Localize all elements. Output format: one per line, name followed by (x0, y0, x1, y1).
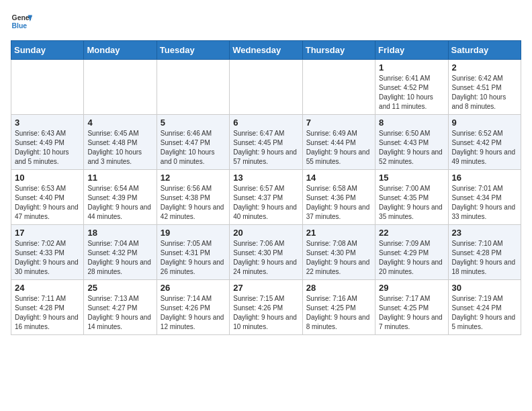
day-info: Sunrise: 6:53 AM Sunset: 4:40 PM Dayligh… (15, 184, 80, 222)
day-info: Sunrise: 6:42 AM Sunset: 4:51 PM Dayligh… (452, 74, 517, 111)
day-info: Sunrise: 7:15 AM Sunset: 4:26 PM Dayligh… (233, 294, 298, 332)
calendar-cell: 30Sunrise: 7:19 AM Sunset: 4:24 PM Dayli… (448, 280, 521, 335)
day-number: 15 (379, 173, 444, 183)
weekday-header-saturday: Saturday (448, 41, 521, 60)
day-number: 12 (161, 173, 226, 183)
logo-icon: General Blue (11, 11, 32, 32)
day-info: Sunrise: 6:52 AM Sunset: 4:42 PM Dayligh… (452, 129, 517, 167)
calendar-cell: 13Sunrise: 6:57 AM Sunset: 4:37 PM Dayli… (230, 170, 302, 225)
calendar-cell: 6Sunrise: 6:47 AM Sunset: 4:45 PM Daylig… (230, 115, 302, 170)
calendar-cell (11, 60, 84, 115)
day-info: Sunrise: 7:08 AM Sunset: 4:30 PM Dayligh… (306, 239, 371, 277)
calendar-cell: 3Sunrise: 6:43 AM Sunset: 4:49 PM Daylig… (11, 115, 84, 170)
day-info: Sunrise: 6:49 AM Sunset: 4:44 PM Dayligh… (306, 129, 371, 167)
day-number: 7 (306, 118, 371, 128)
day-info: Sunrise: 7:16 AM Sunset: 4:25 PM Dayligh… (306, 294, 371, 332)
calendar-cell: 19Sunrise: 7:05 AM Sunset: 4:31 PM Dayli… (157, 225, 229, 280)
day-number: 11 (87, 173, 152, 183)
calendar-cell: 22Sunrise: 7:09 AM Sunset: 4:29 PM Dayli… (375, 225, 448, 280)
day-info: Sunrise: 6:46 AM Sunset: 4:47 PM Dayligh… (161, 129, 226, 167)
calendar-cell: 11Sunrise: 6:54 AM Sunset: 4:39 PM Dayli… (84, 170, 157, 225)
day-number: 5 (161, 118, 226, 128)
day-info: Sunrise: 7:05 AM Sunset: 4:31 PM Dayligh… (161, 239, 226, 277)
day-info: Sunrise: 7:13 AM Sunset: 4:27 PM Dayligh… (87, 294, 152, 332)
day-number: 9 (452, 118, 517, 128)
day-number: 28 (306, 283, 371, 293)
weekday-header-sunday: Sunday (11, 41, 84, 60)
logo: General Blue (11, 11, 32, 32)
day-number: 8 (379, 118, 444, 128)
calendar-cell: 2Sunrise: 6:42 AM Sunset: 4:51 PM Daylig… (448, 60, 521, 115)
calendar-cell: 23Sunrise: 7:10 AM Sunset: 4:28 PM Dayli… (448, 225, 521, 280)
day-number: 29 (379, 283, 444, 293)
day-number: 14 (306, 173, 371, 183)
calendar-cell: 10Sunrise: 6:53 AM Sunset: 4:40 PM Dayli… (11, 170, 84, 225)
calendar-cell: 25Sunrise: 7:13 AM Sunset: 4:27 PM Dayli… (84, 280, 157, 335)
day-number: 30 (452, 283, 517, 293)
day-info: Sunrise: 7:01 AM Sunset: 4:34 PM Dayligh… (452, 184, 517, 222)
day-info: Sunrise: 6:41 AM Sunset: 4:52 PM Dayligh… (379, 74, 444, 111)
weekday-header-tuesday: Tuesday (157, 41, 229, 60)
day-info: Sunrise: 6:47 AM Sunset: 4:45 PM Dayligh… (233, 129, 298, 167)
calendar-cell: 1Sunrise: 6:41 AM Sunset: 4:52 PM Daylig… (375, 60, 448, 115)
calendar-cell: 27Sunrise: 7:15 AM Sunset: 4:26 PM Dayli… (230, 280, 302, 335)
day-info: Sunrise: 7:04 AM Sunset: 4:32 PM Dayligh… (87, 239, 152, 277)
calendar-cell: 17Sunrise: 7:02 AM Sunset: 4:33 PM Dayli… (11, 225, 84, 280)
calendar-cell: 21Sunrise: 7:08 AM Sunset: 4:30 PM Dayli… (302, 225, 375, 280)
day-number: 4 (87, 118, 152, 128)
day-info: Sunrise: 7:19 AM Sunset: 4:24 PM Dayligh… (452, 294, 517, 332)
weekday-header-friday: Friday (375, 41, 448, 60)
day-number: 26 (161, 283, 226, 293)
day-number: 16 (452, 173, 517, 183)
calendar-cell: 20Sunrise: 7:06 AM Sunset: 4:30 PM Dayli… (230, 225, 302, 280)
day-info: Sunrise: 7:09 AM Sunset: 4:29 PM Dayligh… (379, 239, 444, 277)
weekday-header-thursday: Thursday (302, 41, 375, 60)
calendar-cell: 28Sunrise: 7:16 AM Sunset: 4:25 PM Dayli… (302, 280, 375, 335)
day-info: Sunrise: 6:54 AM Sunset: 4:39 PM Dayligh… (87, 184, 152, 222)
day-number: 1 (379, 62, 444, 73)
day-number: 13 (233, 173, 298, 183)
day-info: Sunrise: 7:06 AM Sunset: 4:30 PM Dayligh… (233, 239, 298, 277)
calendar-cell: 16Sunrise: 7:01 AM Sunset: 4:34 PM Dayli… (448, 170, 521, 225)
day-number: 22 (379, 228, 444, 238)
day-number: 2 (452, 62, 517, 73)
calendar-cell: 12Sunrise: 6:56 AM Sunset: 4:38 PM Dayli… (157, 170, 229, 225)
day-number: 25 (87, 283, 152, 293)
day-number: 18 (87, 228, 152, 238)
day-info: Sunrise: 6:45 AM Sunset: 4:48 PM Dayligh… (87, 129, 152, 167)
day-number: 20 (233, 228, 298, 238)
day-number: 3 (15, 118, 80, 128)
calendar-cell (157, 60, 229, 115)
day-number: 19 (161, 228, 226, 238)
calendar-cell: 7Sunrise: 6:49 AM Sunset: 4:44 PM Daylig… (302, 115, 375, 170)
day-info: Sunrise: 6:56 AM Sunset: 4:38 PM Dayligh… (161, 184, 226, 222)
calendar-cell (302, 60, 375, 115)
day-info: Sunrise: 7:17 AM Sunset: 4:25 PM Dayligh… (379, 294, 444, 332)
day-info: Sunrise: 7:10 AM Sunset: 4:28 PM Dayligh… (452, 239, 517, 277)
svg-text:Blue: Blue (12, 22, 28, 30)
calendar-cell (84, 60, 157, 115)
calendar-cell: 29Sunrise: 7:17 AM Sunset: 4:25 PM Dayli… (375, 280, 448, 335)
day-number: 24 (15, 283, 80, 293)
weekday-header-wednesday: Wednesday (230, 41, 302, 60)
calendar-cell: 15Sunrise: 7:00 AM Sunset: 4:35 PM Dayli… (375, 170, 448, 225)
calendar-cell: 4Sunrise: 6:45 AM Sunset: 4:48 PM Daylig… (84, 115, 157, 170)
day-info: Sunrise: 6:50 AM Sunset: 4:43 PM Dayligh… (379, 129, 444, 167)
calendar-cell: 9Sunrise: 6:52 AM Sunset: 4:42 PM Daylig… (448, 115, 521, 170)
day-info: Sunrise: 7:00 AM Sunset: 4:35 PM Dayligh… (379, 184, 444, 222)
day-info: Sunrise: 7:11 AM Sunset: 4:28 PM Dayligh… (15, 294, 80, 332)
day-info: Sunrise: 7:14 AM Sunset: 4:26 PM Dayligh… (161, 294, 226, 332)
day-number: 27 (233, 283, 298, 293)
day-info: Sunrise: 6:57 AM Sunset: 4:37 PM Dayligh… (233, 184, 298, 222)
calendar-cell (230, 60, 302, 115)
day-info: Sunrise: 6:43 AM Sunset: 4:49 PM Dayligh… (15, 129, 80, 167)
calendar-cell: 24Sunrise: 7:11 AM Sunset: 4:28 PM Dayli… (11, 280, 84, 335)
calendar-table: SundayMondayTuesdayWednesdayThursdayFrid… (11, 40, 521, 335)
calendar-cell: 5Sunrise: 6:46 AM Sunset: 4:47 PM Daylig… (157, 115, 229, 170)
day-info: Sunrise: 7:02 AM Sunset: 4:33 PM Dayligh… (15, 239, 80, 277)
day-number: 21 (306, 228, 371, 238)
day-info: Sunrise: 6:58 AM Sunset: 4:36 PM Dayligh… (306, 184, 371, 222)
weekday-header-monday: Monday (84, 41, 157, 60)
calendar-cell: 18Sunrise: 7:04 AM Sunset: 4:32 PM Dayli… (84, 225, 157, 280)
calendar-cell: 8Sunrise: 6:50 AM Sunset: 4:43 PM Daylig… (375, 115, 448, 170)
